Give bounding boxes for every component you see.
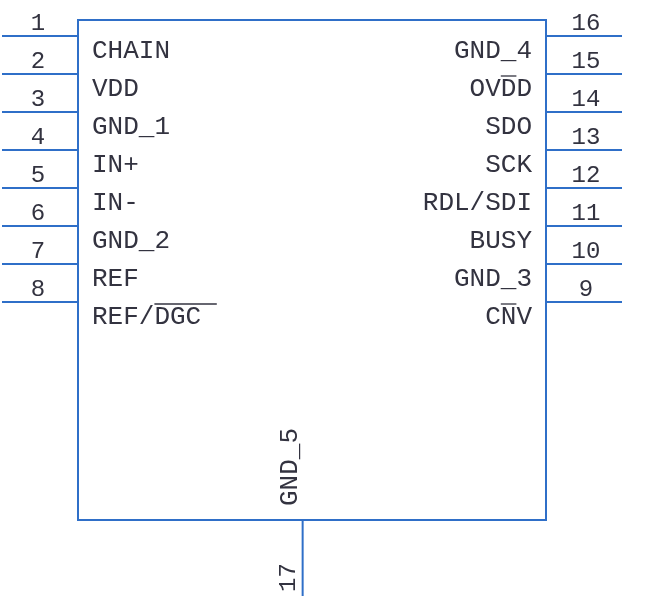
pin-7-number: 7 bbox=[31, 238, 45, 265]
pin-6-label: GND_2 bbox=[92, 226, 170, 256]
pin-12-number: 12 bbox=[572, 162, 601, 189]
pin-12-label: RDL/SDI bbox=[423, 188, 532, 218]
pin-17-label: GND_5 bbox=[275, 428, 305, 506]
pin-10-label: GND_3 bbox=[454, 264, 532, 294]
pin-4-number: 4 bbox=[31, 124, 45, 151]
pin-7-label: REF bbox=[92, 264, 139, 294]
pin-13-label: SCK bbox=[485, 150, 532, 180]
pin-14-number: 14 bbox=[572, 86, 601, 113]
pin-2-label: VDD bbox=[92, 74, 139, 104]
pin-5-label: IN- bbox=[92, 188, 139, 218]
pin-2-number: 2 bbox=[31, 48, 45, 75]
pin-3-number: 3 bbox=[31, 86, 45, 113]
pin-8-number: 8 bbox=[31, 276, 45, 303]
pin-5-number: 5 bbox=[31, 162, 45, 189]
pin-1-label: CHAIN bbox=[92, 36, 170, 66]
pin-11-number: 11 bbox=[572, 200, 601, 227]
pin-6-number: 6 bbox=[31, 200, 45, 227]
pin-13-number: 13 bbox=[572, 124, 601, 151]
pin-9-label: CNV bbox=[485, 302, 532, 332]
pin-15-number: 15 bbox=[572, 48, 601, 75]
pin-16-number: 16 bbox=[572, 10, 601, 37]
pin-8-label: REF/DGC bbox=[92, 302, 201, 332]
pin-15-label: OVDD bbox=[470, 74, 532, 104]
pin-4-label: IN+ bbox=[92, 150, 139, 180]
pin-1-number: 1 bbox=[31, 10, 45, 37]
pin-10-number: 10 bbox=[572, 238, 601, 265]
pin-3-label: GND_1 bbox=[92, 112, 170, 142]
pin-17-number: 17 bbox=[275, 563, 302, 592]
pin-14-label: SDO bbox=[485, 112, 532, 142]
pin-16-label: GND_4 bbox=[454, 36, 532, 66]
pin-11-label: BUSY bbox=[470, 226, 533, 256]
pin-9-number: 9 bbox=[579, 276, 593, 303]
